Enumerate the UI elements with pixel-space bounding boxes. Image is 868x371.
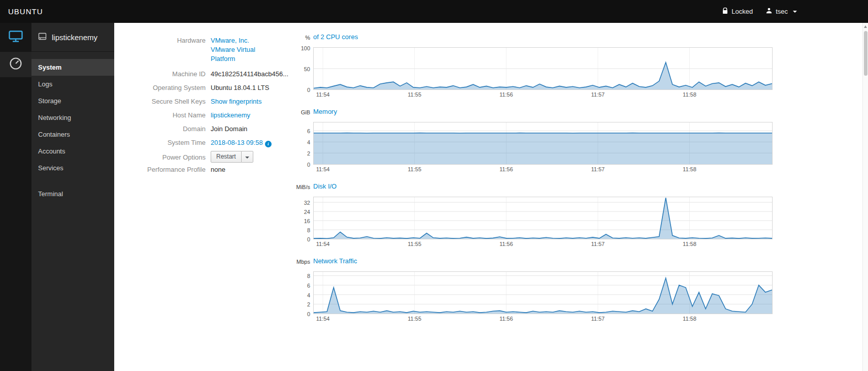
x-tick-label: 11:58 bbox=[683, 91, 696, 98]
sidebar-menu: SystemLogsStorageNetworkingContainersAcc… bbox=[31, 52, 114, 202]
cpu-plot: 05010011:5411:5511:5611:5711:58 bbox=[313, 47, 773, 90]
x-tick-label: 11:54 bbox=[316, 316, 330, 322]
app-icon-strip bbox=[0, 23, 31, 371]
chart-area bbox=[314, 198, 772, 239]
x-tick-label: 11:55 bbox=[408, 166, 421, 172]
memory-plot: 024611:5411:5511:5611:5711:58 bbox=[313, 122, 773, 165]
x-tick-label: 11:55 bbox=[408, 91, 421, 98]
x-tick-label: 11:55 bbox=[408, 241, 421, 247]
navbar-right: Locked tsec bbox=[722, 0, 797, 23]
system-time-label: System Time bbox=[114, 138, 211, 147]
x-tick-label: 11:57 bbox=[591, 316, 605, 322]
hardware-label: Hardware bbox=[114, 36, 211, 64]
lock-status-button[interactable]: Locked bbox=[722, 8, 753, 16]
chart-area bbox=[314, 278, 772, 314]
chart-svg bbox=[314, 197, 772, 239]
sidebar-item-system[interactable]: System bbox=[31, 59, 114, 76]
hostname-label: lipstickenemy bbox=[52, 33, 97, 42]
network-unit-label: Mbps bbox=[296, 258, 310, 266]
secure-shell-keys-label: Secure Shell Keys bbox=[114, 97, 211, 106]
y-tick-label: 0 bbox=[307, 162, 310, 168]
system-time-link[interactable]: 2018-08-13 09:58 bbox=[211, 139, 263, 146]
host-icon bbox=[38, 32, 47, 43]
y-tick-label: 32 bbox=[304, 200, 310, 206]
y-tick-label: 50 bbox=[304, 66, 310, 72]
sidebar-item-containers[interactable]: Containers bbox=[31, 126, 114, 143]
chart-svg bbox=[314, 48, 772, 89]
user-icon bbox=[766, 8, 772, 15]
disk-io-chart: MiB/s Disk I/O 0816243211:5411:5511:5611… bbox=[313, 182, 773, 239]
memory-title-link[interactable]: Memory bbox=[313, 108, 337, 115]
y-tick-label: 24 bbox=[304, 209, 310, 215]
sidebar-item-accounts[interactable]: Accounts bbox=[31, 143, 114, 160]
host-nav-icon-button[interactable] bbox=[0, 23, 31, 52]
scroll-up-icon[interactable] bbox=[864, 25, 867, 28]
disk-io-plot: 0816243211:5411:5511:5611:5711:58 bbox=[313, 197, 773, 239]
host-name-link[interactable]: lipstickenemy bbox=[211, 111, 250, 120]
host-name-label: Host Name bbox=[114, 111, 211, 120]
y-tick-label: 100 bbox=[301, 45, 310, 51]
x-tick-label: 11:56 bbox=[499, 166, 513, 172]
sidebar-item-terminal[interactable]: Terminal bbox=[31, 186, 114, 202]
info-icon[interactable]: i bbox=[265, 141, 272, 147]
y-tick-label: 2 bbox=[307, 301, 310, 307]
cpu-title-link[interactable]: of 2 CPU cores bbox=[313, 33, 358, 41]
y-tick-label: 0 bbox=[307, 236, 310, 242]
x-tick-label: 11:54 bbox=[316, 91, 330, 98]
x-tick-label: 11:57 bbox=[591, 166, 605, 172]
system-info: Hardware VMware, Inc. VMware Virtual Pla… bbox=[114, 23, 313, 371]
dashboard-nav-icon-button[interactable] bbox=[0, 52, 31, 77]
sidebar-item-services[interactable]: Services bbox=[31, 160, 114, 176]
domain-value: Join Domain bbox=[211, 125, 247, 134]
scrollbar-thumb[interactable] bbox=[864, 31, 867, 76]
machine-id-value: 49c1822514114bacb456... bbox=[211, 70, 288, 79]
y-tick-label: 0 bbox=[307, 87, 310, 93]
brand-label: UBUNTU bbox=[8, 7, 43, 16]
user-label: tsec bbox=[776, 8, 788, 15]
chart-svg bbox=[314, 122, 772, 164]
x-tick-label: 11:57 bbox=[591, 91, 605, 98]
x-tick-label: 11:56 bbox=[499, 316, 513, 322]
y-tick-label: 4 bbox=[307, 139, 310, 145]
main-content: Hardware VMware, Inc. VMware Virtual Pla… bbox=[114, 23, 868, 371]
y-tick-label: 2 bbox=[307, 150, 310, 157]
sidebar: lipstickenemy SystemLogsStorageNetworkin… bbox=[31, 23, 114, 371]
sidebar-item-networking[interactable]: Networking bbox=[31, 109, 114, 126]
chevron-down-icon bbox=[793, 11, 797, 13]
x-tick-label: 11:57 bbox=[591, 241, 605, 247]
x-tick-label: 11:56 bbox=[499, 91, 513, 98]
power-options-label: Power Options bbox=[114, 151, 211, 163]
disk-io-title-link[interactable]: Disk I/O bbox=[313, 182, 337, 190]
network-title-link[interactable]: Network Traffic bbox=[313, 257, 357, 265]
y-tick-label: 6 bbox=[307, 128, 310, 134]
x-tick-label: 11:55 bbox=[408, 316, 421, 322]
power-dropdown-toggle[interactable] bbox=[242, 151, 253, 163]
user-menu[interactable]: tsec bbox=[766, 8, 797, 15]
chart-area bbox=[314, 133, 772, 164]
network-plot: 0246811:5411:5511:5611:5711:58 bbox=[313, 271, 773, 314]
sidebar-item-storage[interactable]: Storage bbox=[31, 92, 114, 109]
server-icon bbox=[9, 30, 23, 45]
lock-label: Locked bbox=[731, 8, 753, 15]
scrollbar[interactable] bbox=[862, 23, 868, 371]
chevron-down-icon bbox=[245, 157, 249, 159]
cpu-unit-label: % bbox=[305, 34, 310, 42]
gauge-icon bbox=[9, 56, 23, 73]
machine-id-label: Machine ID bbox=[114, 70, 211, 79]
chart-svg bbox=[314, 272, 772, 314]
restart-button[interactable]: Restart bbox=[211, 151, 242, 163]
operating-system-label: Operating System bbox=[114, 83, 211, 92]
show-fingerprints-link[interactable]: Show fingerprints bbox=[211, 97, 261, 106]
hardware-link[interactable]: VMware, Inc. VMware Virtual Platform bbox=[211, 36, 273, 64]
host-header[interactable]: lipstickenemy bbox=[31, 23, 114, 52]
x-tick-label: 11:56 bbox=[499, 241, 513, 247]
x-tick-label: 11:58 bbox=[683, 241, 696, 247]
top-navbar: UBUNTU Locked tsec bbox=[0, 0, 868, 23]
sidebar-item-logs[interactable]: Logs bbox=[31, 76, 114, 92]
y-tick-label: 8 bbox=[307, 273, 310, 279]
memory-chart: GiB Memory 024611:5411:5511:5611:5711:58 bbox=[313, 107, 773, 165]
y-tick-label: 4 bbox=[307, 292, 310, 298]
memory-unit-label: GiB bbox=[301, 108, 310, 116]
x-tick-label: 11:54 bbox=[316, 166, 330, 172]
x-tick-label: 11:58 bbox=[683, 316, 696, 322]
